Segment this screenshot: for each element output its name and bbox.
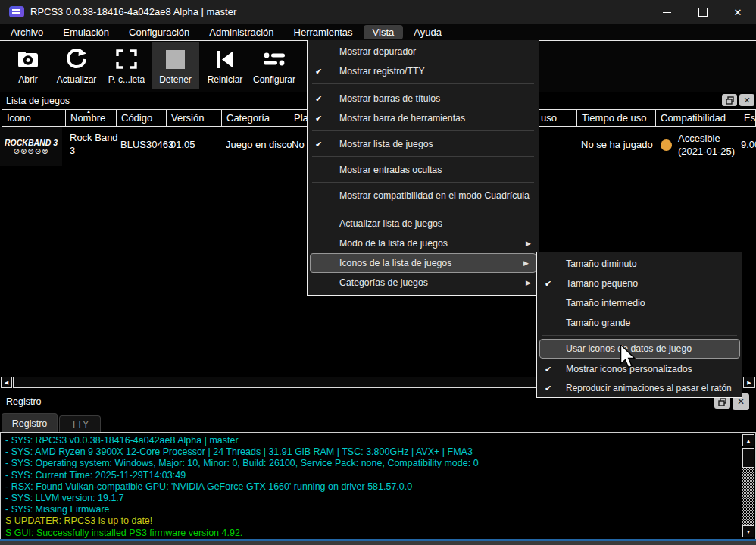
- check-icon: ✔: [315, 139, 322, 149]
- menu-emulacion[interactable]: Emulación: [54, 25, 118, 39]
- stop-button[interactable]: Detener: [152, 42, 199, 89]
- vscroll-up-button[interactable]: ▲: [742, 434, 754, 446]
- hscroll-left-button[interactable]: ◀: [1, 377, 12, 388]
- vscroll-track[interactable]: [742, 468, 754, 525]
- check-icon: ✔: [545, 365, 551, 374]
- menu-item-mostrar-registro-tty[interactable]: ✔Mostrar registro/TTY: [308, 61, 538, 81]
- tab-registro[interactable]: Registro: [2, 413, 58, 433]
- log-line: S GUI: Successfully installed PS3 firmwa…: [5, 528, 740, 539]
- game-list-float-button[interactable]: [722, 94, 737, 106]
- submenu-item-tamano-intermedio[interactable]: Tamaño intermedio: [538, 293, 741, 313]
- close-button[interactable]: ✕: [720, 0, 755, 24]
- log-line: - SYS: Current Time: 2025-11-29T14:03:49: [5, 470, 740, 481]
- float-icon: [726, 96, 734, 105]
- chevron-right-icon: ▶: [526, 240, 531, 247]
- submenu-item-usar-iconos-de-datos-de-juego[interactable]: Usar iconos de datos de juego: [539, 339, 740, 359]
- submenu-item-reproducir-animaciones[interactable]: ✔Reproducir animaciones al pasar el rató…: [538, 378, 741, 398]
- game-list-dock-title: Lista de juegos: [6, 96, 70, 106]
- open-label: Abrir: [18, 74, 37, 85]
- cell-size: 9.00: [741, 139, 756, 150]
- maximize-button[interactable]: [686, 0, 720, 24]
- menu-item-iconos-de-la-lista-de-juegos[interactable]: Iconos de la lista de juegos▶: [310, 253, 536, 273]
- submenu-item-tamano-pequeno[interactable]: ✔Tamaño pequeño: [538, 274, 741, 293]
- chevron-right-icon: ▶: [523, 259, 529, 267]
- log-line: - SYS: LLVM version: 19.1.7: [5, 493, 740, 504]
- vscroll-down-button[interactable]: ▼: [742, 525, 754, 537]
- log-line: - SYS: Missing Firmware: [5, 504, 740, 515]
- menu-separator: [312, 83, 534, 84]
- log-line: - RSX: Found Vulkan-compatible GPU: 'NVI…: [5, 481, 740, 493]
- vista-menu-popup: Mostrar depurador ✔Mostrar registro/TTY …: [307, 40, 539, 296]
- close-icon: ✕: [734, 8, 742, 17]
- menu-archivo[interactable]: Archivo: [2, 25, 52, 39]
- restart-button[interactable]: Reiniciar: [201, 42, 248, 89]
- column-header-codigo[interactable]: Código: [116, 109, 167, 127]
- compat-status-dot: [661, 139, 672, 151]
- cell-version: 01.05: [170, 139, 195, 150]
- sort-indicator: ▲: [86, 109, 91, 114]
- menu-ayuda[interactable]: Ayuda: [405, 25, 451, 39]
- refresh-button[interactable]: Actualizar: [53, 42, 100, 89]
- log-output[interactable]: - SYS: RPCS3 v0.0.38-18416-4a042ae8 Alph…: [0, 432, 756, 540]
- cell-category: Juego en disco: [226, 139, 292, 150]
- submenu-item-tamano-grande[interactable]: Tamaño grande: [538, 313, 741, 333]
- menu-administracion[interactable]: Administración: [200, 25, 283, 39]
- menu-configuracion[interactable]: Configuración: [120, 25, 198, 39]
- column-header-nombre[interactable]: Nombre: [65, 109, 117, 127]
- chevron-right-icon: ▶: [526, 279, 531, 287]
- menu-item-mostrar-compatibilidad-cuadricula[interactable]: Mostrar compatibilidad en el modo Cuadrí…: [308, 186, 538, 205]
- vscroll-thumb[interactable]: [742, 448, 754, 468]
- cell-name-line1: Rock Band: [70, 132, 118, 143]
- stop-icon: [166, 45, 185, 74]
- arrow-up-icon: ▲: [746, 438, 751, 443]
- log-dock-title: Registro: [6, 396, 42, 407]
- column-header-uso[interactable]: uso: [536, 109, 577, 127]
- menu-separator: [312, 208, 534, 208]
- column-header-icono[interactable]: Icono: [2, 109, 66, 127]
- column-header-categoria[interactable]: Categoría: [221, 109, 289, 127]
- column-header-version[interactable]: Versión: [166, 109, 222, 127]
- game-list-close-button[interactable]: ✕: [739, 94, 754, 106]
- column-header-espacio[interactable]: Esp: [739, 109, 756, 127]
- menu-separator: [542, 335, 737, 336]
- hscroll-right-button[interactable]: ▶: [743, 377, 755, 388]
- cell-last-played: No se ha jugado: [581, 139, 653, 150]
- submenu-item-tamano-diminuto[interactable]: Tamaño diminuto: [538, 254, 741, 274]
- tab-tty[interactable]: TTY: [59, 415, 101, 433]
- menu-item-actualizar-lista-de-juegos[interactable]: Actualizar lista de juegos: [308, 214, 538, 233]
- arrow-right-icon: ▶: [747, 380, 751, 386]
- menu-item-categorias-de-juegos[interactable]: Categorías de juegos▶: [308, 273, 538, 293]
- column-header-compatibilidad[interactable]: Compatibilidad: [655, 109, 739, 127]
- check-icon: ✔: [315, 94, 322, 104]
- minimize-button[interactable]: [649, 0, 684, 24]
- open-icon: [17, 45, 39, 74]
- menu-bar: Archivo Emulación Configuración Administ…: [0, 24, 756, 40]
- submenu-item-mostrar-iconos-personalizados[interactable]: ✔Mostrar iconos personalizados: [538, 359, 741, 379]
- dock-close-icon: ✕: [737, 396, 745, 407]
- fullscreen-icon: [116, 45, 137, 74]
- menu-herramientas[interactable]: Herramientas: [285, 25, 362, 39]
- refresh-label: Actualizar: [57, 74, 97, 85]
- menu-item-mostrar-depurador[interactable]: Mostrar depurador: [308, 42, 538, 61]
- menu-item-mostrar-entradas-ocultas[interactable]: Mostrar entradas ocultas: [308, 160, 538, 180]
- refresh-icon: [65, 45, 88, 74]
- cell-compat-date: (2021-01-25): [678, 146, 735, 157]
- menu-item-mostrar-lista-de-juegos[interactable]: ✔Mostrar lista de juegos: [308, 134, 538, 154]
- open-button[interactable]: Abrir: [6, 42, 50, 89]
- check-icon: ✔: [315, 67, 322, 77]
- menu-item-mostrar-barras-de-titulos[interactable]: ✔Mostrar barras de títulos: [308, 89, 538, 108]
- dock-close-icon: ✕: [743, 96, 750, 105]
- restart-icon: [214, 45, 236, 74]
- menu-vista[interactable]: Vista: [364, 25, 404, 39]
- menu-item-modo-de-la-lista-de-juegos[interactable]: Modo de la lista de juegos▶: [308, 233, 538, 253]
- minimize-icon: [663, 12, 671, 13]
- fullscreen-button[interactable]: P. c...leta: [103, 42, 150, 89]
- configure-button[interactable]: Configurar: [250, 42, 298, 89]
- log-line: - SYS: Operating system: Windows, Major:…: [5, 458, 740, 469]
- menu-separator: [312, 182, 534, 183]
- menu-item-mostrar-barra-de-herramientas[interactable]: ✔Mostrar barra de herramientas: [308, 108, 538, 128]
- cell-name-line2: 3: [70, 145, 75, 156]
- column-header-tiempo-de-uso[interactable]: Tiempo de uso: [576, 109, 656, 127]
- game-logo-text: ROCKBAND 3: [5, 138, 58, 147]
- arrow-left-icon: ◀: [5, 380, 8, 386]
